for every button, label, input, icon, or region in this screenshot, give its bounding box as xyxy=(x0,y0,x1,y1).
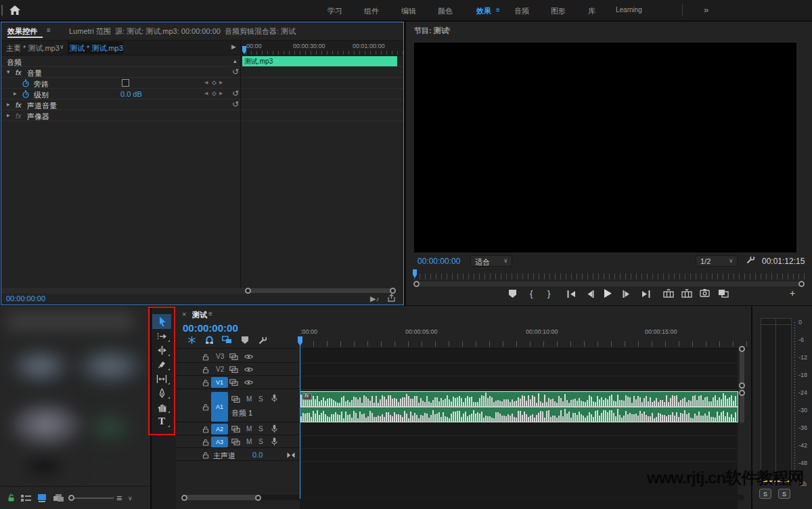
snap-magnet-icon[interactable] xyxy=(205,336,214,345)
a1-voiceover-mic-icon[interactable] xyxy=(271,394,277,403)
step-back-button[interactable] xyxy=(586,290,594,298)
a1-solo-button[interactable]: S xyxy=(258,395,263,403)
clip-selector-chevron-icon[interactable]: ∨ xyxy=(60,43,64,50)
timeline-hscrollbar-track[interactable] xyxy=(181,495,744,500)
program-settings-wrench-icon[interactable] xyxy=(746,255,755,265)
timeline-timecode[interactable]: 00:00:00:00 xyxy=(183,322,238,334)
program-scrollbar-left-handle[interactable] xyxy=(413,281,420,287)
menu-item-assembly[interactable]: 组件 xyxy=(364,6,379,16)
a1-source-patch-icon[interactable] xyxy=(231,396,240,403)
program-timecode[interactable]: 00:00:00:00 xyxy=(418,257,460,266)
track-header-v3[interactable]: V3 xyxy=(176,351,300,363)
program-ruler[interactable] xyxy=(414,273,805,280)
menu-item-graphics[interactable]: 图形 xyxy=(551,6,566,16)
timeline-panel-menu-icon[interactable]: ≡ xyxy=(208,310,212,317)
program-scrollbar-right-handle[interactable] xyxy=(798,281,805,287)
ecp-scrollbar-left-handle[interactable] xyxy=(245,288,251,294)
track-header-v1[interactable]: V1 xyxy=(176,376,300,389)
track-header-a2[interactable]: A2 M S xyxy=(176,423,300,435)
tab-sequence[interactable]: 测试 xyxy=(192,310,207,320)
ecp-timeline-scrollbar[interactable] xyxy=(247,288,393,293)
thumbnail-zoom-slider[interactable] xyxy=(70,497,114,499)
solo-left-button[interactable]: S xyxy=(759,489,771,499)
tab-lumetri-scopes[interactable]: Lumetri 范围 xyxy=(69,26,111,37)
menu-item-learning[interactable]: Learning xyxy=(616,6,642,14)
master-track-label[interactable]: 主声道 xyxy=(213,451,235,461)
a2-solo-button[interactable]: S xyxy=(258,425,263,433)
comparison-view-button[interactable] xyxy=(718,289,729,298)
volume-reset-icon[interactable]: ↺ xyxy=(232,67,239,76)
level-stopwatch-icon[interactable] xyxy=(22,90,30,98)
master-volume-value[interactable]: 0.0 xyxy=(252,451,263,459)
home-button[interactable] xyxy=(8,3,22,17)
a1-track-badge[interactable]: A1 xyxy=(211,392,228,422)
program-panel-menu-icon[interactable]: ≡ xyxy=(447,26,451,33)
a2-mute-button[interactable]: M xyxy=(246,425,252,433)
sort-icon[interactable]: ≡ xyxy=(116,493,122,504)
a1-track-name[interactable]: 音频 1 xyxy=(231,408,252,418)
a3-track-badge[interactable]: A3 xyxy=(211,437,228,447)
a3-mute-button[interactable]: M xyxy=(246,438,252,445)
timeline-vscroll-top-handle[interactable] xyxy=(739,346,745,352)
master-lock-icon[interactable] xyxy=(202,451,209,459)
bypass-prev-keyframe-icon[interactable]: ◀ xyxy=(204,80,208,85)
menu-item-effects-active[interactable]: 效果 xyxy=(476,6,491,16)
source-clip-bar[interactable]: 测试.mp3 xyxy=(242,56,397,66)
play-audio-icon[interactable]: ▶♪ xyxy=(370,294,379,303)
timeline-tab-close-icon[interactable]: × xyxy=(182,310,186,318)
list-view-button[interactable] xyxy=(21,495,31,502)
timeline-vscroll-mid-handle[interactable] xyxy=(739,382,745,389)
export-frame-button[interactable] xyxy=(700,289,710,297)
timeline-playhead-line[interactable] xyxy=(300,336,300,499)
menu-overflow-button[interactable]: » xyxy=(704,5,708,15)
mark-in-button[interactable]: { xyxy=(530,288,533,298)
v1-track-badge[interactable]: V1 xyxy=(211,377,228,388)
fit-dropdown[interactable]: 适合 ∨ xyxy=(470,255,512,267)
step-forward-button[interactable] xyxy=(623,290,631,298)
v1-lock-icon[interactable] xyxy=(202,379,209,386)
mark-out-button[interactable]: } xyxy=(547,288,550,298)
v3-track-label[interactable]: V3 xyxy=(216,353,224,360)
button-editor-plus[interactable]: + xyxy=(790,288,795,298)
a2-source-patch-icon[interactable] xyxy=(231,426,240,433)
ecp-timecode[interactable]: 00:00:00:00 xyxy=(6,294,45,303)
tab-effect-controls[interactable]: 效果控件 xyxy=(7,26,37,37)
a3-lock-icon[interactable] xyxy=(202,439,209,446)
track-header-master[interactable]: 主声道 0.0 xyxy=(176,449,300,461)
channel-volume-expand-icon[interactable]: ▸ xyxy=(7,101,10,108)
a3-solo-button[interactable]: S xyxy=(258,438,263,445)
v1-source-patch-icon[interactable] xyxy=(229,379,238,386)
v3-source-patch-icon[interactable] xyxy=(229,353,238,360)
lift-button[interactable] xyxy=(663,289,674,298)
audio-clip-a1[interactable]: fx xyxy=(300,391,738,422)
level-reset-icon[interactable]: ↺ xyxy=(232,89,239,98)
a1-mute-button[interactable]: M xyxy=(246,395,252,403)
v3-lock-icon[interactable] xyxy=(202,353,209,361)
track-header-a1[interactable]: A1 M S 音频 1 xyxy=(176,391,300,422)
menu-item-learn[interactable]: 学习 xyxy=(328,6,342,16)
nest-toggle-icon[interactable] xyxy=(187,336,196,345)
a3-voiceover-mic-icon[interactable] xyxy=(271,437,277,446)
tab-source-monitor[interactable]: 源: 测试: 测试.mp3: 00:00:00:00 xyxy=(115,26,221,37)
bypass-stopwatch-icon[interactable] xyxy=(22,79,30,87)
timeline-vscroll-bottom-handle[interactable] xyxy=(739,390,745,396)
bypass-checkbox[interactable] xyxy=(122,79,129,87)
clip-fx-badge[interactable]: fx xyxy=(302,393,312,400)
menu-item-library[interactable]: 库 xyxy=(588,6,595,16)
export-frame-icon[interactable] xyxy=(387,294,396,303)
level-next-keyframe-icon[interactable]: ▶ xyxy=(219,91,223,96)
extract-button[interactable] xyxy=(681,289,692,298)
program-scrollbar[interactable] xyxy=(415,282,803,286)
effects-menu-icon[interactable]: ≡ xyxy=(496,6,500,14)
level-add-keyframe-icon[interactable] xyxy=(212,91,217,96)
go-to-out-button[interactable] xyxy=(641,290,650,298)
solo-right-button[interactable]: S xyxy=(778,489,790,499)
master-clip-label[interactable]: 主要 * 测试.mp3 xyxy=(6,43,60,53)
panner-expand-icon[interactable]: ▸ xyxy=(7,112,10,118)
linked-selection-icon[interactable] xyxy=(222,336,232,344)
sort-chevron-icon[interactable]: ∨ xyxy=(128,495,133,502)
menu-item-audio[interactable]: 音频 xyxy=(514,6,529,16)
v2-source-patch-icon[interactable] xyxy=(229,366,238,373)
selected-clip-box[interactable]: 测试 * 测试.mp3 xyxy=(68,41,123,54)
ecp-column-divider[interactable] xyxy=(240,41,241,288)
